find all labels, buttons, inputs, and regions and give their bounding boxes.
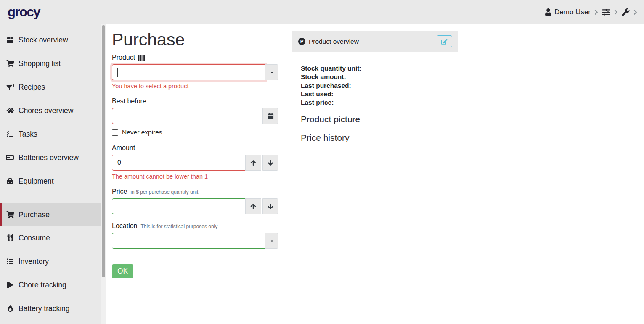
sidebar-item-label: Inventory xyxy=(19,257,49,266)
box-icon xyxy=(6,37,14,43)
best-before-input[interactable] xyxy=(112,108,262,124)
arrow-down-icon xyxy=(268,160,273,166)
sidebar-item-batteries-overview[interactable]: Batteries overview xyxy=(0,146,106,169)
utensils-icon xyxy=(6,234,14,241)
price-note: in $ per purchase quantity unit xyxy=(130,189,198,195)
play-icon xyxy=(6,282,14,288)
product-overview-header: P Product overview xyxy=(292,31,458,52)
product-hunt-icon: P xyxy=(298,38,305,45)
sidebar-item-chores-overview[interactable]: Chores overview xyxy=(0,99,106,122)
sidebar-group-divider xyxy=(0,193,106,203)
amount-input[interactable]: 0 xyxy=(112,155,245,171)
product-dropdown-button[interactable] xyxy=(265,64,278,80)
amount-increment-button[interactable] xyxy=(245,155,261,171)
never-expires-checkbox[interactable] xyxy=(112,129,118,136)
chevron-right-icon xyxy=(594,9,598,15)
amount-group: Amount 0 The amount cannot be lower tha xyxy=(112,144,278,180)
sidebar-item-label: Batteries overview xyxy=(19,153,79,162)
app-logo[interactable]: grocy xyxy=(8,5,40,18)
cart-icon xyxy=(6,60,14,67)
edit-icon xyxy=(441,39,448,45)
product-overview-card: P Product overview Stock quantity unit: … xyxy=(292,31,458,158)
price-decrement-button[interactable] xyxy=(262,198,278,214)
sidebar: Stock overview Shopping list Recipes Cho… xyxy=(0,24,106,324)
chevron-right-icon xyxy=(633,9,637,15)
product-picture-heading: Product picture xyxy=(301,114,450,125)
list-icon xyxy=(6,258,14,265)
edit-product-button[interactable] xyxy=(437,35,452,47)
amount-error: The amount cannot be lower than 1 xyxy=(112,173,278,180)
caret-down-icon xyxy=(270,71,274,74)
sidebar-item-recipes[interactable]: Recipes xyxy=(0,75,106,99)
chevron-right-icon xyxy=(614,9,618,15)
main-content: Purchase Product You have xyxy=(106,24,644,324)
top-bar-right: Demo User xyxy=(545,8,637,16)
page-title: Purchase xyxy=(112,30,278,50)
last-price-label: Last price: xyxy=(301,98,450,107)
top-bar: grocy Demo User xyxy=(0,0,644,24)
location-input[interactable] xyxy=(112,233,265,249)
admin-wrench-button[interactable] xyxy=(622,8,630,16)
last-purchased-label: Last purchased: xyxy=(301,82,450,90)
sidebar-item-equipment[interactable]: Equipment xyxy=(0,169,106,193)
amount-decrement-button[interactable] xyxy=(262,155,278,171)
sidebar-item-label: Tasks xyxy=(19,130,37,139)
sidebar-item-consume[interactable]: Consume xyxy=(0,226,106,250)
text-cursor xyxy=(117,68,118,77)
sidebar-item-label: Recipes xyxy=(19,83,45,92)
sidebar-item-shopping-list[interactable]: Shopping list xyxy=(0,52,106,75)
product-error: You have to select a product xyxy=(112,83,278,90)
sidebar-item-stock-overview[interactable]: Stock overview xyxy=(0,28,106,52)
product-input[interactable] xyxy=(112,64,265,80)
droplet-icon xyxy=(6,305,14,312)
sidebar-item-label: Shopping list xyxy=(19,59,61,68)
best-before-label: Best before xyxy=(112,97,278,105)
never-expires-row: Never expires xyxy=(112,129,278,136)
calendar-icon xyxy=(268,113,274,119)
product-group: Product You have to select a product xyxy=(112,54,278,90)
barcode-icon xyxy=(138,55,145,61)
cocktail-icon xyxy=(6,84,14,90)
sidebar-item-label: Purchase xyxy=(19,211,50,219)
arrow-up-icon xyxy=(250,203,256,210)
ok-button[interactable]: OK xyxy=(112,264,133,278)
stock-quantity-unit-label: Stock quantity unit: xyxy=(301,64,450,73)
sidebar-item-inventory[interactable]: Inventory xyxy=(0,250,106,273)
sidebar-item-label: Stock overview xyxy=(19,36,68,45)
user-menu[interactable]: Demo User xyxy=(545,8,591,16)
sidebar-item-label: Chores overview xyxy=(19,106,73,115)
product-overview-body: Stock quantity unit: Stock amount: Last … xyxy=(292,52,458,158)
toolbox-icon xyxy=(6,178,14,184)
settings-sliders-button[interactable] xyxy=(602,8,610,16)
never-expires-label: Never expires xyxy=(122,129,162,136)
location-dropdown-button[interactable] xyxy=(265,233,278,249)
price-history-heading: Price history xyxy=(301,132,450,143)
price-input[interactable] xyxy=(112,198,245,214)
tasks-icon xyxy=(6,131,14,137)
caret-down-icon xyxy=(270,239,274,243)
card-title: Product overview xyxy=(309,38,359,45)
location-group: Location This is for statistical purpose… xyxy=(112,222,278,249)
location-note: This is for statistical purposes only xyxy=(141,224,218,229)
wrench-icon xyxy=(622,8,630,16)
battery-icon xyxy=(6,154,14,161)
sidebar-item-tasks[interactable]: Tasks xyxy=(0,122,106,146)
price-label: Price in $ per purchase quantity unit xyxy=(112,188,278,195)
amount-label: Amount xyxy=(112,144,278,152)
product-label: Product xyxy=(112,54,278,61)
sidebar-scrollbar-thumb[interactable] xyxy=(102,25,105,277)
arrow-down-icon xyxy=(268,203,273,210)
stock-amount-label: Stock amount: xyxy=(301,73,450,81)
location-label: Location This is for statistical purpose… xyxy=(112,222,278,230)
sidebar-item-chore-tracking[interactable]: Chore tracking xyxy=(0,273,106,297)
sidebar-item-purchase[interactable]: Purchase xyxy=(0,203,106,226)
sidebar-item-battery-tracking[interactable]: Battery tracking xyxy=(0,297,106,320)
sidebar-item-label: Consume xyxy=(19,234,50,242)
last-used-label: Last used: xyxy=(301,90,450,98)
price-group: Price in $ per purchase quantity unit xyxy=(112,188,278,214)
sidebar-item-label: Equipment xyxy=(19,177,54,186)
user-icon xyxy=(545,8,551,16)
calendar-button[interactable] xyxy=(262,108,278,124)
sliders-icon xyxy=(602,8,610,16)
price-increment-button[interactable] xyxy=(245,198,261,214)
